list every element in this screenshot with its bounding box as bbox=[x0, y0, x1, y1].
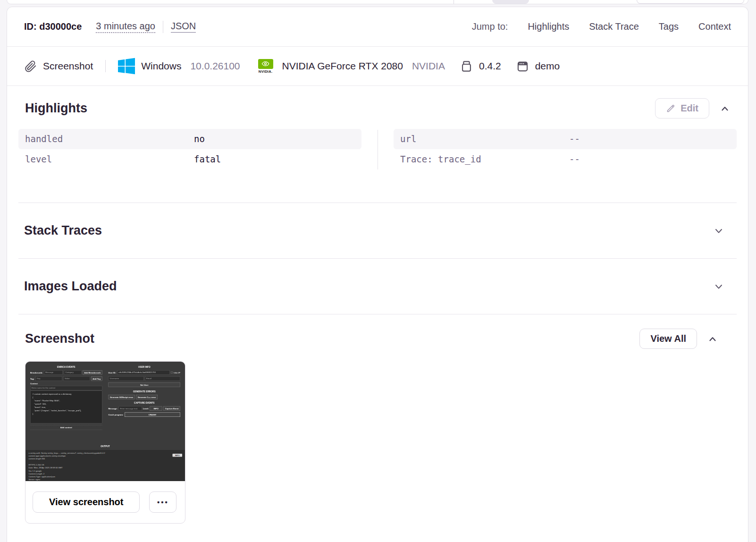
edit-button-label: Edit bbox=[680, 103, 698, 114]
app-output-title: OUTPUT bbox=[30, 445, 180, 448]
release-box-icon bbox=[460, 60, 473, 73]
jump-to-nav: Jump to: Highlights Stack Trace Tags Con… bbox=[472, 21, 731, 32]
screenshot-thumbnail-image[interactable]: ENRICH EVENTS Breadcrumb: Message Catego… bbox=[25, 362, 185, 481]
chevron-down-icon bbox=[713, 225, 724, 237]
screenshot-thumbnail-card: ENRICH EVENTS Breadcrumb: Message Catego… bbox=[25, 361, 185, 524]
nav-context[interactable]: Context bbox=[698, 21, 731, 32]
highlight-key: Trace: trace_id bbox=[400, 153, 569, 165]
highlight-row-url: url -- bbox=[394, 129, 737, 149]
highlight-key: url bbox=[400, 133, 569, 145]
app-generate-errors-title: GENERATE ERRORS bbox=[109, 390, 181, 393]
app-enrich-title: ENRICH EVENTS bbox=[30, 365, 102, 368]
os-version: 10.0.26100 bbox=[190, 60, 240, 72]
event-detail-card: ID: d30000ce 3 minutes ago JSON Jump to:… bbox=[7, 7, 748, 542]
view-screenshot-button[interactable]: View screenshot bbox=[33, 491, 140, 513]
nav-tags[interactable]: Tags bbox=[659, 21, 679, 32]
cutoff-button bbox=[637, 0, 744, 4]
app-crash-label: Crash program: bbox=[109, 414, 124, 416]
view-all-button[interactable]: View All bbox=[639, 329, 697, 349]
app-message-input: Message bbox=[44, 370, 63, 375]
chevron-down-icon bbox=[713, 281, 724, 292]
environment-pill[interactable]: demo bbox=[516, 60, 560, 73]
app-user-id-label: User ID: bbox=[109, 371, 116, 373]
windows-logo-icon bbox=[118, 58, 135, 75]
app-user-id-input: a9c35f9f-290b-471d-dbcb-3ad096821733 bbox=[117, 370, 169, 375]
app-crash-button: CRASH! bbox=[125, 413, 180, 417]
os-pill[interactable]: Windows 10.0.26100 bbox=[118, 58, 240, 75]
app-output-log: x-sentry-auth: Sentry sentry_key=..., se… bbox=[29, 451, 182, 481]
json-link[interactable]: JSON bbox=[171, 21, 196, 33]
app-value-input: Value bbox=[63, 376, 90, 381]
attachment-label: Screenshot bbox=[43, 60, 93, 72]
app-add-context-button: Add context bbox=[30, 425, 102, 430]
app-infer-ip-label: Infer IP bbox=[174, 371, 180, 373]
app-add-breadcrumb-button: Add Breadcrumb bbox=[83, 370, 102, 375]
event-header: ID: d30000ce 3 minutes ago JSON Jump to:… bbox=[7, 7, 748, 47]
edit-highlights-button[interactable]: Edit bbox=[655, 98, 709, 119]
highlight-key: level bbox=[25, 153, 194, 165]
app-infer-ip-checkbox bbox=[171, 372, 173, 373]
nav-stack-trace[interactable]: Stack Trace bbox=[589, 21, 639, 32]
os-name: Windows bbox=[141, 60, 181, 72]
app-capture-events-title: CAPTURE EVENTS bbox=[109, 402, 181, 405]
environment-name: demo bbox=[535, 60, 560, 72]
highlight-value: -- bbox=[569, 133, 730, 145]
app-gdscript-error-button: Generate GDScript error bbox=[109, 395, 135, 399]
attachment-pill[interactable]: Screenshot bbox=[24, 60, 93, 73]
app-cpp-error-button: Generate C++ error bbox=[136, 395, 158, 399]
screenshot-more-button[interactable]: ••• bbox=[149, 491, 176, 513]
gpu-pill[interactable]: NVIDIA. NVIDIA GeForce RTX 2080 NVIDIA bbox=[255, 59, 445, 74]
app-set-user-button: Set User bbox=[109, 382, 181, 387]
app-output-panel: OUTPUT x-sentry-auth: Sentry sentry_key=… bbox=[30, 445, 180, 482]
highlight-value: fatal bbox=[194, 153, 355, 165]
collapse-screenshot-button[interactable] bbox=[707, 334, 718, 344]
app-email-input: Email bbox=[145, 376, 180, 381]
app-key-input: Key bbox=[35, 376, 62, 381]
stack-traces-title: Stack Traces bbox=[24, 223, 102, 238]
screenshot-section: Screenshot View All ENRICH EVENTS bbox=[7, 314, 748, 524]
chevron-up-icon bbox=[720, 103, 730, 114]
release-version: 0.4.2 bbox=[479, 60, 501, 72]
collapse-highlights-button[interactable] bbox=[720, 103, 730, 114]
app-message-label: Message: bbox=[109, 407, 118, 410]
highlight-key: handled bbox=[25, 133, 194, 145]
nav-highlights[interactable]: Highlights bbox=[528, 21, 569, 32]
nvidia-wordmark: NVIDIA. bbox=[259, 69, 273, 74]
highlights-title: Highlights bbox=[25, 101, 87, 116]
app-user-panel: USER INFO User ID: a9c35f9f-290b-471d-db… bbox=[109, 364, 181, 430]
app-category-input: Category bbox=[64, 370, 82, 375]
nvidia-logo-icon: NVIDIA. bbox=[255, 59, 276, 74]
images-loaded-section-header: Images Loaded bbox=[7, 259, 748, 314]
app-level-select: INFO bbox=[150, 406, 162, 411]
release-pill[interactable]: 0.4.2 bbox=[460, 60, 501, 73]
app-message-text-input: Enter message text. bbox=[118, 406, 142, 411]
previous-card-sliver bbox=[7, 0, 748, 4]
divider bbox=[163, 21, 163, 33]
highlight-value: -- bbox=[569, 153, 730, 165]
app-window-icon bbox=[516, 60, 529, 73]
highlights-table: handled no level fatal url -- Trace: tra… bbox=[18, 129, 737, 169]
app-user-info-title: USER INFO bbox=[109, 365, 181, 368]
highlight-row-handled: handled no bbox=[18, 129, 361, 149]
jump-to-label: Jump to: bbox=[472, 21, 508, 32]
pencil-icon bbox=[666, 103, 676, 113]
gpu-vendor: NVIDIA bbox=[412, 60, 445, 72]
highlights-section: Highlights Edit handled bbox=[7, 86, 748, 203]
expand-stack-traces-button[interactable] bbox=[713, 225, 724, 237]
app-level-label: Level: bbox=[143, 407, 149, 410]
screenshot-actions: View screenshot ••• bbox=[25, 481, 185, 523]
app-username-input: Username bbox=[109, 376, 144, 381]
divider bbox=[105, 60, 106, 72]
event-timestamp-link[interactable]: 3 minutes ago bbox=[96, 21, 155, 33]
cutoff-element bbox=[492, 0, 529, 4]
expand-images-loaded-button[interactable] bbox=[713, 281, 724, 292]
highlight-row-trace-id: Trace: trace_id -- bbox=[394, 149, 737, 169]
highlight-row-level: level fatal bbox=[18, 149, 361, 169]
paperclip-icon bbox=[24, 60, 37, 73]
app-output-info-badge: INFO bbox=[172, 454, 182, 457]
app-add-tag-button: Add Tag bbox=[91, 376, 102, 381]
app-context-code: # custom context expressed as a dictiona… bbox=[30, 391, 102, 423]
chevron-up-icon bbox=[707, 334, 718, 344]
screenshot-title: Screenshot bbox=[25, 331, 94, 346]
highlight-value: no bbox=[194, 133, 355, 145]
